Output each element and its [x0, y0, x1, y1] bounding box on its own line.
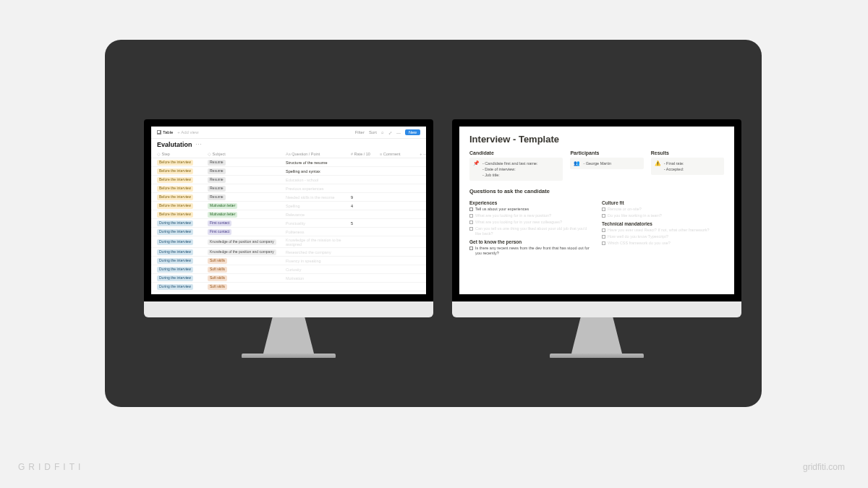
column-question[interactable]: Aa Question / Point	[286, 152, 351, 156]
monitor-stand-base	[242, 354, 336, 358]
checklist-item[interactable]: Can you tell us one thing you liked abou…	[469, 226, 592, 236]
add-view-button[interactable]: + Add view	[177, 130, 198, 134]
monitor-bezel: Interview - Template Candidate 📌 - Candi…	[452, 119, 741, 301]
question-cell: Curiosity	[286, 267, 351, 272]
table-row[interactable]: During the interviewSoft skillsMotivatio…	[151, 274, 426, 283]
subject-tag: First contact	[208, 229, 231, 235]
rate-cell: 5	[351, 221, 380, 226]
checklist-label: What are you looking for in a new positi…	[475, 213, 551, 218]
page-title: Interview - Template	[469, 134, 724, 145]
checklist-item[interactable]: What are you looking for in a new positi…	[469, 213, 592, 218]
checkbox-icon[interactable]	[469, 227, 473, 231]
subject-tag: Resume	[208, 168, 226, 174]
checklist-item[interactable]: Remote or on-site?	[602, 207, 724, 212]
add-column-button[interactable]: + ⋯	[414, 152, 426, 156]
rate-cell: 4	[351, 204, 380, 208]
table-row[interactable]: During the interviewSoft skillsFluency i…	[151, 257, 426, 265]
checklist-item[interactable]: Have you ever used React? If not, what o…	[602, 228, 724, 233]
column-rate[interactable]: # Rate / 10	[351, 152, 380, 156]
checklist-label: Have you ever used React? If not, what o…	[608, 228, 710, 233]
step-tag: Before the interview	[157, 160, 193, 166]
column-step[interactable]: ◇ Step	[157, 152, 208, 156]
column-comment[interactable]: ≡ Comment	[380, 152, 414, 156]
participants-callout[interactable]: 👥 - George Martin	[570, 158, 643, 169]
results-heading: Results	[651, 150, 724, 155]
results-callout[interactable]: ⚠️ - Final rate:- Accepted:	[651, 158, 724, 175]
subject-tag: Resume	[208, 177, 226, 183]
view-tab-table[interactable]: Table	[157, 130, 173, 134]
monitor-chin	[452, 301, 741, 317]
expand-icon[interactable]: ⤢	[388, 130, 392, 135]
checkbox-icon[interactable]	[602, 235, 605, 239]
search-icon[interactable]: ⌕	[381, 130, 384, 134]
question-cell: Needed skills in the resume	[286, 195, 351, 200]
checklist-item[interactable]: Tell us about your experiences	[469, 207, 592, 212]
monitor-stand-neck	[263, 317, 314, 354]
checklist-item[interactable]: What are you looking for in your new col…	[469, 220, 592, 225]
monitor-stand-base	[550, 354, 644, 358]
hero-dark-card: Table + Add view Filter Sort ⌕ ⤢ ⋯ New E…	[105, 40, 762, 407]
table-row[interactable]: During the interviewKnowledge of the pos…	[151, 236, 426, 248]
checklist-label: How well do you know Typescript?	[608, 234, 668, 239]
pin-icon: 📌	[473, 160, 480, 178]
table-row[interactable]: During the interviewFirst contactPunctua…	[151, 219, 426, 228]
checklist-item[interactable]: Is there any recent news from the dev fr…	[469, 246, 592, 256]
checklist-item[interactable]: Do you like working in a team?	[602, 213, 724, 218]
participants-heading: Participants	[570, 150, 643, 155]
table-row[interactable]: During the interviewSoft skills	[151, 283, 426, 291]
more-icon[interactable]: ⋯	[396, 130, 401, 135]
step-tag: During the interview	[157, 229, 193, 235]
checkbox-icon[interactable]	[602, 241, 605, 245]
table-row[interactable]: During the interviewFirst contactPoliten…	[151, 228, 426, 236]
checkbox-icon[interactable]	[469, 221, 473, 224]
table-row[interactable]: Before the interviewResumeStructure of t…	[151, 158, 426, 167]
checklist-label: Do you like working in a team?	[608, 213, 662, 218]
table-row[interactable]: Before the interviewResumePrevious exper…	[151, 184, 426, 193]
question-cell: Previous experiences	[286, 187, 351, 191]
checkbox-icon[interactable]	[602, 228, 605, 232]
checklist-label: Is there any recent news from the dev fr…	[475, 246, 592, 256]
get-to-know-heading: Get to know the person	[469, 239, 592, 244]
questions-heading: Questions to ask the candidate	[469, 188, 724, 194]
candidate-heading: Candidate	[469, 150, 563, 155]
checklist-item[interactable]: How well do you know Typescript?	[602, 234, 724, 239]
checkbox-icon[interactable]	[469, 247, 473, 250]
checkbox-icon[interactable]	[602, 207, 605, 211]
step-tag: During the interview	[157, 275, 193, 281]
step-tag: Before the interview	[157, 168, 193, 174]
checklist-label: Tell us about your experiences	[475, 207, 529, 212]
question-cell: Education - school	[286, 178, 351, 182]
sort-button[interactable]: Sort	[369, 130, 377, 134]
question-cell: Motivation	[286, 276, 351, 281]
monitor-left: Table + Add view Filter Sort ⌕ ⤢ ⋯ New E…	[144, 119, 433, 358]
checkbox-icon[interactable]	[469, 214, 473, 218]
column-subject[interactable]: ◇ Subject	[208, 152, 286, 156]
checkbox-icon[interactable]	[602, 214, 605, 218]
candidate-callout[interactable]: 📌 - Candidate first and last name:- Date…	[469, 158, 563, 181]
question-cell: Spelling	[286, 204, 351, 208]
checklist-item[interactable]: Which CSS framework do you use?	[602, 241, 724, 246]
table-row[interactable]: During the interviewSoft skillsCuriosity	[151, 265, 426, 274]
table-row[interactable]: During the interviewKnowledge of the pos…	[151, 248, 426, 257]
culture-fit-heading: Culture fit	[602, 200, 724, 205]
table-row[interactable]: Before the interviewResumeEducation - sc…	[151, 176, 426, 184]
step-tag: During the interview	[157, 221, 193, 226]
filter-button[interactable]: Filter	[355, 130, 365, 134]
table-toolbar: Table + Add view Filter Sort ⌕ ⤢ ⋯ New	[151, 127, 426, 139]
checklist-label: Remote or on-site?	[608, 207, 642, 212]
table-row[interactable]: Before the interviewMotivation letterSpe…	[151, 202, 426, 210]
title-more-icon[interactable]: ⋯	[195, 141, 202, 148]
subject-tag: Soft skills	[208, 275, 227, 281]
table-row[interactable]: Before the interviewResumeSpelling and s…	[151, 167, 426, 176]
table-row[interactable]: Before the interviewResumeNeeded skills …	[151, 193, 426, 202]
question-cell: Politeness	[286, 230, 351, 234]
subject-tag: First contact	[208, 221, 231, 226]
screen-evaluation-table: Table + Add view Filter Sort ⌕ ⤢ ⋯ New E…	[151, 127, 426, 294]
checkbox-icon[interactable]	[469, 207, 473, 211]
table-row[interactable]: Before the interviewMotivation letterRel…	[151, 210, 426, 219]
checklist-label: What are you looking for in your new col…	[475, 220, 562, 225]
question-cell: Relevance	[286, 213, 351, 217]
results-section: Results ⚠️ - Final rate:- Accepted:	[651, 150, 724, 181]
new-button[interactable]: New	[405, 129, 420, 135]
subject-tag: Soft skills	[208, 267, 227, 273]
